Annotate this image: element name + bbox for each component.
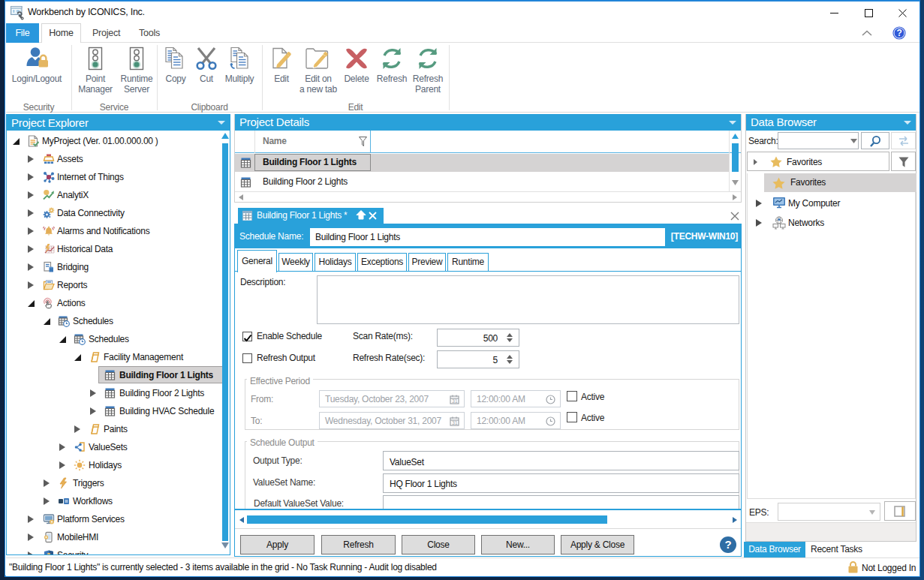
svg-text:31: 31 — [452, 398, 458, 404]
svg-text:?: ? — [896, 28, 901, 38]
svg-text:31: 31 — [452, 420, 458, 425]
